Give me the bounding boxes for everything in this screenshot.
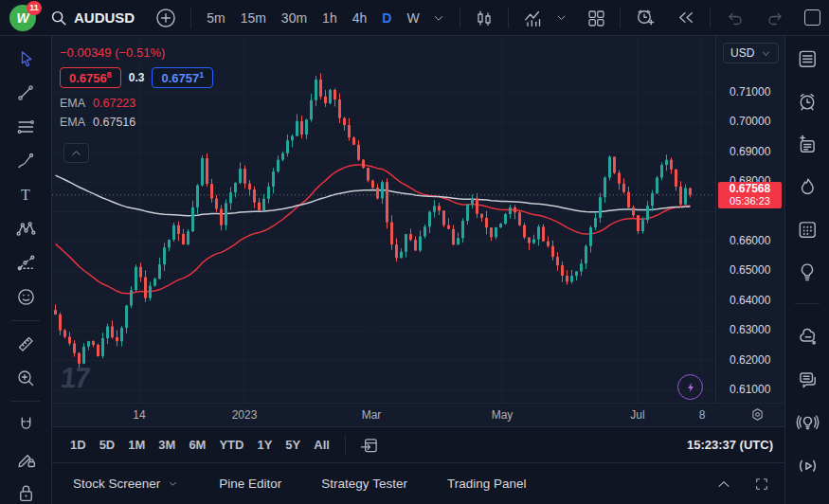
axis-settings-button[interactable] — [749, 406, 766, 426]
range-3M[interactable]: 3M — [152, 434, 182, 456]
sidebar-item-streams[interactable] — [795, 454, 820, 477]
tool-xabcd-pattern[interactable] — [11, 218, 40, 240]
session-clock[interactable]: 15:23:37 (UTC) — [687, 438, 773, 452]
symbol-name: AUDUSD — [74, 9, 135, 26]
range-5D[interactable]: 5D — [93, 434, 122, 456]
redo-icon — [766, 8, 786, 28]
layout-button[interactable] — [581, 5, 611, 31]
tool-trend-line[interactable] — [11, 82, 40, 104]
sidebar-item-alerts[interactable] — [795, 90, 820, 113]
time-label: 8 — [699, 408, 706, 422]
currency-selector[interactable]: USD — [723, 43, 779, 63]
price-axis[interactable]: USD 0.710000.700000.690000.680000.660000… — [715, 36, 784, 403]
candles-icon — [474, 8, 495, 28]
tab-trading-panel[interactable]: Trading Panel — [436, 471, 538, 496]
interval-30m[interactable]: 30m — [275, 7, 314, 29]
price-label: 0.71000 — [730, 85, 770, 99]
sidebar-item-live-ideas[interactable] — [795, 410, 820, 434]
go-to-date-button[interactable] — [354, 432, 384, 458]
ruler-icon — [15, 333, 36, 354]
range-All[interactable]: All — [307, 434, 336, 456]
search-icon — [49, 9, 68, 27]
range-YTD[interactable]: YTD — [212, 434, 250, 456]
sidebar-item-watchlist[interactable] — [795, 47, 820, 70]
watermark-checkbox[interactable] — [804, 9, 820, 26]
forecast-icon — [15, 252, 37, 274]
panel-expand-button[interactable] — [711, 473, 737, 495]
indicators-button[interactable] — [517, 4, 550, 32]
chevron-down-icon — [554, 10, 568, 25]
range-5Y[interactable]: 5Y — [279, 434, 307, 456]
magnet-icon — [15, 414, 37, 436]
indicators-dropdown[interactable] — [550, 8, 573, 27]
panel-fullscreen-button[interactable] — [748, 473, 775, 495]
interval-list: 5m15m30m1h4hDW — [200, 7, 425, 29]
sidebar-item-chat[interactable] — [795, 368, 820, 390]
chevron-down-icon — [167, 477, 179, 490]
legend-collapse-button[interactable] — [63, 143, 89, 163]
price-change: −0.00349 (−0.51%) — [60, 45, 213, 60]
svg-text:T: T — [21, 187, 30, 203]
bottom-panel: Stock ScreenerPine EditorStrategy Tester… — [52, 462, 784, 504]
news-plus-icon — [796, 133, 819, 155]
redo-button[interactable] — [761, 5, 791, 31]
tool-ruler[interactable] — [11, 333, 40, 355]
undo-button[interactable] — [719, 5, 749, 31]
tab-pine-editor[interactable]: Pine Editor — [207, 471, 293, 496]
play-waves-icon — [796, 454, 820, 477]
tool-brush[interactable] — [11, 150, 40, 171]
add-symbol-button[interactable] — [150, 4, 182, 32]
sidebar-item-news[interactable] — [795, 133, 820, 155]
chart-style-button[interactable] — [469, 5, 499, 31]
chart-pane[interactable]: −0.00349 (−0.51%) 0.67568 0.3 0.67571 EM… — [52, 36, 784, 403]
tool-drawing-lock[interactable] — [11, 448, 40, 470]
right-sidebar — [784, 36, 829, 504]
time-label: Jul — [630, 408, 644, 422]
interval-W[interactable]: W — [400, 7, 425, 29]
interval-15m[interactable]: 15m — [234, 7, 273, 29]
tab-strategy-tester[interactable]: Strategy Tester — [310, 471, 419, 496]
tool-magnet[interactable] — [11, 414, 40, 436]
instant-trading-button[interactable] — [677, 374, 703, 400]
watchlist-icon — [796, 47, 819, 70]
calendar-icon — [796, 218, 819, 241]
range-1M[interactable]: 1M — [121, 434, 152, 456]
sidebar-item-home[interactable] — [795, 497, 820, 504]
cursor-icon — [15, 48, 36, 69]
interval-D[interactable]: D — [375, 7, 398, 29]
range-6M[interactable]: 6M — [182, 434, 212, 456]
price-label: 0.64000 — [730, 294, 770, 307]
bar-replay-button[interactable] — [670, 4, 701, 31]
emoji-icon — [15, 286, 37, 308]
symbol-search-button[interactable]: AUDUSD — [49, 9, 135, 27]
tool-zoom-in[interactable] — [11, 367, 40, 388]
interval-4h[interactable]: 4h — [346, 7, 374, 29]
time-axis[interactable]: 142023MarMayJul8 — [52, 403, 784, 426]
sidebar-item-calendar[interactable] — [795, 218, 820, 241]
tool-forecast[interactable] — [11, 252, 40, 274]
buy-button[interactable]: 0.67571 — [152, 67, 213, 88]
create-alert-button[interactable] — [629, 4, 660, 31]
divider — [710, 8, 711, 28]
broker-logo[interactable]: W 11 — [9, 5, 36, 31]
tool-lock-all[interactable] — [11, 482, 40, 504]
gear-hex-icon — [749, 406, 766, 423]
sell-button[interactable]: 0.67568 — [60, 67, 121, 88]
range-1Y[interactable]: 1Y — [250, 434, 279, 456]
trend-line-icon — [15, 82, 36, 103]
interval-1h[interactable]: 1h — [315, 7, 344, 29]
tool-fib-retracement[interactable] — [11, 116, 40, 137]
sidebar-item-minds[interactable] — [795, 324, 820, 348]
flame-icon — [796, 175, 819, 198]
tool-emoji[interactable] — [11, 286, 40, 308]
lightbulb-waves-icon — [796, 410, 820, 434]
tab-stock-screener[interactable]: Stock Screener — [62, 471, 190, 496]
range-1D[interactable]: 1D — [63, 434, 93, 456]
tool-text[interactable]: T — [11, 184, 40, 206]
interval-dropdown[interactable] — [426, 8, 451, 28]
sidebar-item-ideas[interactable] — [795, 261, 820, 283]
tool-cursor[interactable] — [11, 48, 40, 70]
sidebar-item-hotlists[interactable] — [795, 175, 820, 198]
interval-5m[interactable]: 5m — [200, 7, 231, 29]
chart-legend: −0.00349 (−0.51%) 0.67568 0.3 0.67571 EM… — [60, 45, 213, 135]
